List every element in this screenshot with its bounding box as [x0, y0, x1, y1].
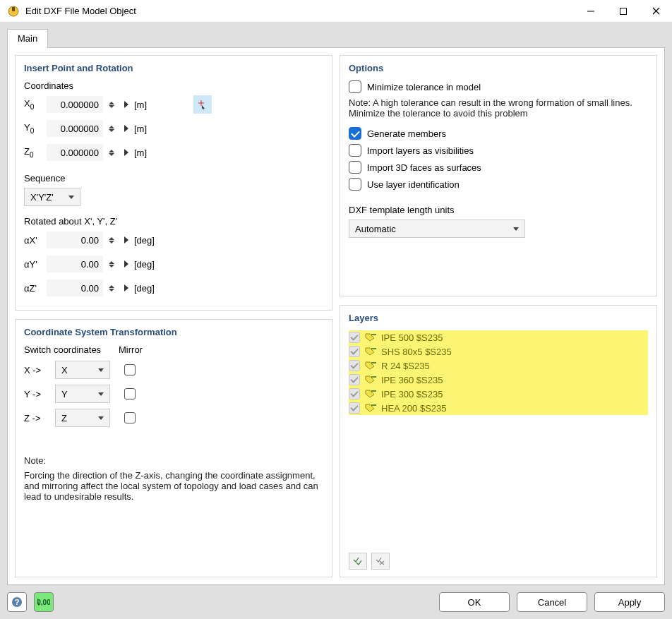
template-units-select[interactable]: Automatic — [349, 220, 525, 238]
use-layer-id-label: Use layer identification — [367, 179, 460, 190]
layer-label: R 24 $S235 — [381, 361, 430, 371]
apply-button[interactable]: Apply — [594, 592, 665, 612]
panel-layers: Layers IPE 500 $S235 SHS 80x5 $S235 — [340, 305, 657, 577]
layer-label: HEA 200 $S235 — [381, 403, 447, 414]
z0-label: Z0 — [24, 146, 41, 159]
y-switch-value: Y — [61, 389, 68, 399]
layer-icon — [364, 347, 377, 356]
az-field[interactable] — [47, 280, 103, 296]
tab-main[interactable]: Main — [7, 29, 48, 48]
ok-button[interactable]: OK — [439, 592, 510, 612]
select-all-layers-button[interactable] — [349, 553, 367, 570]
transform-note-body: Forcing the direction of the Z-axis, cha… — [24, 470, 323, 502]
az-stepper[interactable] — [109, 280, 119, 296]
layers-list: IPE 500 $S235 SHS 80x5 $S235 R 24 $S235 — [349, 330, 648, 553]
layer-checkbox[interactable] — [349, 360, 360, 371]
x-switch-value: X — [61, 365, 68, 375]
layer-row[interactable]: SHS 80x5 $S235 — [349, 344, 648, 359]
mirror-x-checkbox[interactable] — [124, 364, 136, 375]
ay-label: αY' — [24, 259, 41, 270]
pick-point-button[interactable] — [193, 95, 212, 114]
y-switch-select[interactable]: Y — [55, 385, 110, 403]
units-button[interactable]: 0,00 — [34, 592, 54, 612]
template-units-value: Automatic — [355, 224, 396, 234]
layer-row[interactable]: IPE 300 $S235 — [349, 387, 648, 401]
z0-stepper[interactable] — [109, 144, 119, 161]
x-switch-select[interactable]: X — [55, 361, 110, 379]
ay-stepper[interactable] — [109, 256, 119, 272]
layers-title: Layers — [349, 313, 648, 323]
import-3d-checkbox[interactable] — [349, 161, 361, 174]
ax-field[interactable] — [47, 232, 103, 248]
minimize-tolerance-label: Minimize tolerance in model — [367, 82, 481, 92]
y0-field[interactable] — [47, 120, 103, 137]
cancel-button[interactable]: Cancel — [517, 592, 587, 612]
layer-icon — [364, 389, 377, 399]
panel-transform: Coordinate System Transformation Switch … — [15, 319, 332, 577]
generate-members-checkbox[interactable] — [349, 127, 361, 140]
layer-icon — [364, 361, 377, 371]
deselect-all-layers-button[interactable] — [371, 553, 390, 570]
ay-field[interactable] — [47, 256, 103, 272]
layer-label: SHS 80x5 $S235 — [381, 347, 452, 357]
options-note: Note: A high tolerance can result in the… — [349, 97, 648, 119]
layer-row[interactable]: IPE 500 $S235 — [349, 330, 648, 344]
panel-insert: Insert Point and Rotation Coordinates X0… — [15, 55, 332, 311]
ay-unit: [deg] — [134, 259, 155, 270]
svg-rect-3 — [620, 8, 627, 14]
z-switch-value: Z — [61, 413, 67, 423]
z0-field[interactable] — [47, 144, 103, 161]
mirror-z-checkbox[interactable] — [124, 412, 136, 423]
sequence-label: Sequence — [24, 173, 323, 184]
y0-stepper[interactable] — [109, 120, 119, 137]
layer-checkbox[interactable] — [349, 346, 360, 357]
layer-row[interactable]: IPE 360 $S235 — [349, 373, 648, 387]
x0-stepper[interactable] — [109, 96, 119, 113]
az-play-icon[interactable] — [124, 284, 128, 292]
ay-play-icon[interactable] — [124, 260, 128, 268]
use-layer-id-checkbox[interactable] — [349, 178, 361, 191]
y-arrow-label: Y -> — [24, 389, 55, 399]
help-button[interactable]: ? — [7, 592, 27, 612]
ax-stepper[interactable] — [109, 232, 119, 248]
svg-text:0,00: 0,00 — [37, 599, 50, 606]
layer-row[interactable]: R 24 $S235 — [349, 359, 648, 373]
svg-text:?: ? — [15, 598, 20, 606]
tab-strip: Main — [7, 28, 665, 47]
z0-play-icon[interactable] — [124, 149, 128, 156]
az-unit: [deg] — [134, 283, 155, 294]
close-button[interactable] — [640, 0, 672, 23]
x0-play-icon[interactable] — [124, 101, 128, 108]
generate-members-label: Generate members — [367, 128, 446, 139]
import-layers-label: Import layers as visibilities — [367, 145, 474, 156]
mirror-y-checkbox[interactable] — [124, 388, 136, 399]
rotated-label: Rotated about X', Y', Z' — [24, 216, 323, 227]
window-controls — [575, 0, 672, 23]
layer-checkbox[interactable] — [349, 388, 360, 399]
x0-field[interactable] — [47, 96, 103, 113]
ax-unit: [deg] — [134, 235, 155, 246]
minimize-tolerance-checkbox[interactable] — [349, 80, 361, 93]
layer-checkbox[interactable] — [349, 332, 360, 343]
import-3d-label: Import 3D faces as surfaces — [367, 162, 481, 173]
layer-row[interactable]: HEA 200 $S235 — [349, 401, 648, 415]
y0-unit: [m] — [134, 124, 147, 134]
y0-play-icon[interactable] — [124, 125, 128, 132]
options-title: Options — [349, 63, 648, 73]
z-switch-select[interactable]: Z — [55, 409, 110, 427]
sequence-select[interactable]: X'Y'Z' — [24, 188, 80, 206]
panel-options: Options Minimize tolerance in model Note… — [340, 55, 657, 296]
transform-note-head: Note: — [24, 455, 323, 466]
ax-label: αX' — [24, 235, 41, 246]
ax-play-icon[interactable] — [124, 236, 128, 244]
minimize-button[interactable] — [575, 0, 607, 23]
layer-checkbox[interactable] — [349, 402, 360, 414]
import-layers-checkbox[interactable] — [349, 144, 361, 157]
x0-label: X0 — [24, 98, 41, 111]
layer-checkbox[interactable] — [349, 374, 360, 385]
y0-label: Y0 — [24, 122, 41, 135]
maximize-button[interactable] — [607, 0, 640, 23]
z-arrow-label: Z -> — [24, 413, 55, 423]
layer-icon — [364, 332, 377, 342]
mirror-label: Mirror — [119, 344, 203, 355]
